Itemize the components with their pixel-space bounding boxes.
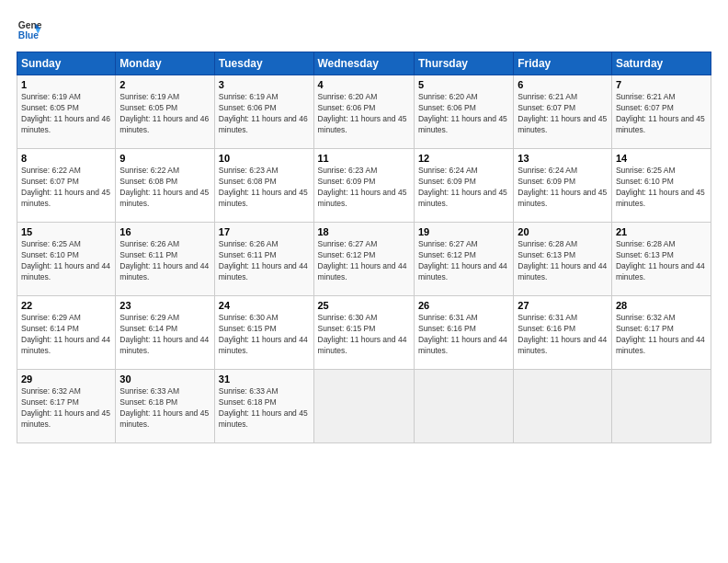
page: General Blue SundayMondayTuesdayWednesda…	[0, 0, 728, 563]
day-info: Sunrise: 6:23 AMSunset: 6:09 PMDaylight:…	[318, 166, 410, 210]
calendar-cell: 12Sunrise: 6:24 AMSunset: 6:09 PMDayligh…	[414, 149, 513, 223]
calendar-header-monday: Monday	[116, 52, 214, 75]
calendar-cell: 13Sunrise: 6:24 AMSunset: 6:09 PMDayligh…	[514, 149, 612, 223]
logo-icon: General Blue	[17, 17, 42, 42]
calendar-cell: 1Sunrise: 6:19 AMSunset: 6:05 PMDaylight…	[17, 75, 116, 149]
calendar-cell: 20Sunrise: 6:28 AMSunset: 6:13 PMDayligh…	[514, 223, 612, 296]
day-info: Sunrise: 6:25 AMSunset: 6:10 PMDaylight:…	[21, 239, 111, 283]
calendar-header-friday: Friday	[514, 52, 612, 75]
day-info: Sunrise: 6:24 AMSunset: 6:09 PMDaylight:…	[418, 166, 509, 210]
calendar-cell	[611, 370, 711, 443]
day-info: Sunrise: 6:22 AMSunset: 6:07 PMDaylight:…	[21, 166, 111, 210]
day-info: Sunrise: 6:24 AMSunset: 6:09 PMDaylight:…	[518, 166, 608, 210]
day-number: 16	[119, 226, 210, 237]
calendar-cell: 21Sunrise: 6:28 AMSunset: 6:13 PMDayligh…	[611, 223, 711, 296]
calendar-cell: 7Sunrise: 6:21 AMSunset: 6:07 PMDaylight…	[611, 75, 711, 149]
calendar-cell: 27Sunrise: 6:31 AMSunset: 6:16 PMDayligh…	[514, 296, 612, 370]
calendar-cell: 9Sunrise: 6:22 AMSunset: 6:08 PMDaylight…	[116, 149, 214, 223]
day-number: 9	[119, 153, 210, 164]
calendar-week-2: 8Sunrise: 6:22 AMSunset: 6:07 PMDaylight…	[17, 149, 711, 223]
day-info: Sunrise: 6:21 AMSunset: 6:07 PMDaylight:…	[518, 92, 608, 136]
calendar-cell: 2Sunrise: 6:19 AMSunset: 6:05 PMDaylight…	[116, 75, 214, 149]
day-number: 19	[418, 226, 509, 237]
day-info: Sunrise: 6:28 AMSunset: 6:13 PMDaylight:…	[616, 239, 707, 283]
calendar-cell: 25Sunrise: 6:30 AMSunset: 6:15 PMDayligh…	[313, 296, 414, 370]
day-number: 3	[219, 79, 310, 90]
day-info: Sunrise: 6:32 AMSunset: 6:17 PMDaylight:…	[21, 386, 111, 431]
calendar-cell: 18Sunrise: 6:27 AMSunset: 6:12 PMDayligh…	[313, 223, 414, 296]
calendar-cell	[514, 370, 612, 443]
day-number: 11	[318, 153, 410, 164]
day-info: Sunrise: 6:29 AMSunset: 6:14 PMDaylight:…	[119, 313, 210, 357]
day-number: 20	[518, 226, 608, 237]
day-number: 28	[616, 300, 707, 311]
day-number: 22	[21, 300, 111, 311]
calendar-cell: 23Sunrise: 6:29 AMSunset: 6:14 PMDayligh…	[116, 296, 214, 370]
day-info: Sunrise: 6:23 AMSunset: 6:08 PMDaylight:…	[219, 166, 310, 210]
day-info: Sunrise: 6:32 AMSunset: 6:17 PMDaylight:…	[616, 313, 707, 357]
calendar-cell: 14Sunrise: 6:25 AMSunset: 6:10 PMDayligh…	[611, 149, 711, 223]
calendar-header-thursday: Thursday	[414, 52, 513, 75]
day-number: 23	[119, 300, 210, 311]
calendar-cell: 16Sunrise: 6:26 AMSunset: 6:11 PMDayligh…	[116, 223, 214, 296]
day-info: Sunrise: 6:29 AMSunset: 6:14 PMDaylight:…	[21, 313, 111, 357]
day-number: 18	[318, 226, 410, 237]
calendar-cell: 17Sunrise: 6:26 AMSunset: 6:11 PMDayligh…	[214, 223, 313, 296]
calendar-cell: 4Sunrise: 6:20 AMSunset: 6:06 PMDaylight…	[313, 75, 414, 149]
day-number: 13	[518, 153, 608, 164]
day-number: 14	[616, 153, 707, 164]
day-info: Sunrise: 6:21 AMSunset: 6:07 PMDaylight:…	[616, 92, 707, 136]
day-number: 29	[21, 373, 111, 385]
calendar-header-sunday: Sunday	[17, 52, 116, 75]
calendar-header-row: SundayMondayTuesdayWednesdayThursdayFrid…	[17, 52, 711, 75]
day-number: 26	[418, 300, 509, 311]
day-info: Sunrise: 6:26 AMSunset: 6:11 PMDaylight:…	[219, 239, 310, 283]
calendar-week-1: 1Sunrise: 6:19 AMSunset: 6:05 PMDaylight…	[17, 75, 711, 149]
calendar-week-3: 15Sunrise: 6:25 AMSunset: 6:10 PMDayligh…	[17, 223, 711, 296]
day-number: 8	[21, 153, 111, 164]
day-number: 21	[616, 226, 707, 237]
day-number: 17	[219, 226, 310, 237]
calendar-cell: 10Sunrise: 6:23 AMSunset: 6:08 PMDayligh…	[214, 149, 313, 223]
day-info: Sunrise: 6:25 AMSunset: 6:10 PMDaylight:…	[616, 166, 707, 210]
calendar-header-wednesday: Wednesday	[313, 52, 414, 75]
calendar-cell: 15Sunrise: 6:25 AMSunset: 6:10 PMDayligh…	[17, 223, 116, 296]
calendar-cell: 19Sunrise: 6:27 AMSunset: 6:12 PMDayligh…	[414, 223, 513, 296]
calendar-week-4: 22Sunrise: 6:29 AMSunset: 6:14 PMDayligh…	[17, 296, 711, 370]
day-info: Sunrise: 6:22 AMSunset: 6:08 PMDaylight:…	[119, 166, 210, 210]
day-number: 5	[418, 79, 509, 90]
day-number: 24	[219, 300, 310, 311]
calendar-header-tuesday: Tuesday	[214, 52, 313, 75]
day-info: Sunrise: 6:19 AMSunset: 6:05 PMDaylight:…	[21, 92, 111, 136]
day-number: 1	[21, 79, 111, 90]
calendar-cell: 30Sunrise: 6:33 AMSunset: 6:18 PMDayligh…	[116, 370, 214, 443]
day-info: Sunrise: 6:28 AMSunset: 6:13 PMDaylight:…	[518, 239, 608, 283]
day-number: 31	[219, 373, 310, 385]
day-number: 2	[119, 79, 210, 90]
day-info: Sunrise: 6:27 AMSunset: 6:12 PMDaylight:…	[318, 239, 410, 283]
day-number: 25	[318, 300, 410, 311]
day-info: Sunrise: 6:19 AMSunset: 6:05 PMDaylight:…	[119, 92, 210, 136]
day-info: Sunrise: 6:20 AMSunset: 6:06 PMDaylight:…	[318, 92, 410, 136]
calendar-cell: 6Sunrise: 6:21 AMSunset: 6:07 PMDaylight…	[514, 75, 612, 149]
calendar-week-5: 29Sunrise: 6:32 AMSunset: 6:17 PMDayligh…	[17, 370, 711, 443]
calendar-cell: 3Sunrise: 6:19 AMSunset: 6:06 PMDaylight…	[214, 75, 313, 149]
calendar-cell	[313, 370, 414, 443]
day-info: Sunrise: 6:19 AMSunset: 6:06 PMDaylight:…	[219, 92, 310, 136]
day-number: 7	[616, 79, 707, 90]
day-number: 6	[518, 79, 608, 90]
day-info: Sunrise: 6:30 AMSunset: 6:15 PMDaylight:…	[318, 313, 410, 357]
calendar-cell: 26Sunrise: 6:31 AMSunset: 6:16 PMDayligh…	[414, 296, 513, 370]
day-number: 4	[318, 79, 410, 90]
calendar-cell: 28Sunrise: 6:32 AMSunset: 6:17 PMDayligh…	[611, 296, 711, 370]
calendar-cell: 24Sunrise: 6:30 AMSunset: 6:15 PMDayligh…	[214, 296, 313, 370]
day-number: 15	[21, 226, 111, 237]
calendar-cell: 11Sunrise: 6:23 AMSunset: 6:09 PMDayligh…	[313, 149, 414, 223]
day-info: Sunrise: 6:31 AMSunset: 6:16 PMDaylight:…	[518, 313, 608, 357]
day-info: Sunrise: 6:30 AMSunset: 6:15 PMDaylight:…	[219, 313, 310, 357]
calendar-header-saturday: Saturday	[611, 52, 711, 75]
day-info: Sunrise: 6:27 AMSunset: 6:12 PMDaylight:…	[418, 239, 509, 283]
day-info: Sunrise: 6:20 AMSunset: 6:06 PMDaylight:…	[418, 92, 509, 136]
day-number: 12	[418, 153, 509, 164]
day-info: Sunrise: 6:31 AMSunset: 6:16 PMDaylight:…	[418, 313, 509, 357]
